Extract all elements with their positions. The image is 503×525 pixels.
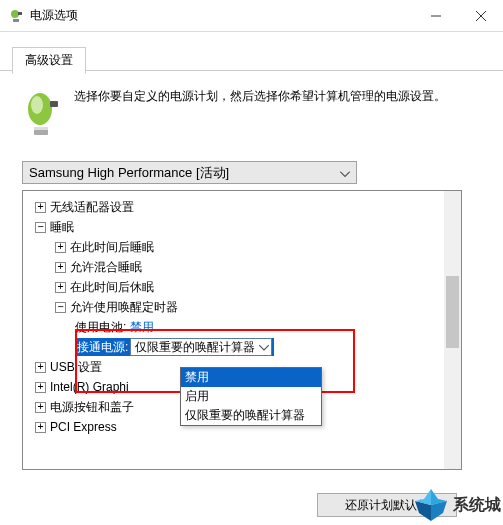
- tree-item-sleep-after[interactable]: + 在此时间后睡眠: [29, 237, 461, 257]
- intro-text: 选择你要自定义的电源计划，然后选择你希望计算机管理的电源设置。: [74, 87, 446, 137]
- collapse-icon[interactable]: −: [35, 222, 46, 233]
- tab-advanced[interactable]: 高级设置: [12, 47, 86, 74]
- intro-row: 选择你要自定义的电源计划，然后选择你希望计算机管理的电源设置。: [22, 87, 481, 137]
- battery-large-icon: [22, 87, 62, 137]
- tree-item-on-battery[interactable]: 使用电池: 禁用: [29, 317, 461, 337]
- tree-item-sleep[interactable]: − 睡眠: [29, 217, 461, 237]
- chevron-down-icon: [340, 165, 350, 180]
- expand-icon[interactable]: +: [55, 242, 66, 253]
- power-plan-value: Samsung High Performance [活动]: [29, 164, 229, 182]
- title-bar: 电源选项: [0, 0, 503, 32]
- tree-item-wake-timers[interactable]: − 允许使用唤醒定时器: [29, 297, 461, 317]
- collapse-icon[interactable]: −: [55, 302, 66, 313]
- plugged-in-dropdown[interactable]: 仅限重要的唤醒计算器: [130, 338, 272, 356]
- tab-strip: 高级设置: [0, 46, 503, 71]
- tree-scrollbar[interactable]: [444, 191, 461, 469]
- svg-point-0: [11, 10, 19, 18]
- power-plan-select[interactable]: Samsung High Performance [活动]: [22, 161, 357, 184]
- expand-icon[interactable]: +: [55, 282, 66, 293]
- window-title: 电源选项: [30, 7, 413, 24]
- expand-icon[interactable]: +: [35, 402, 46, 413]
- watermark-text: 系统城: [453, 495, 501, 516]
- dropdown-option-important-only[interactable]: 仅限重要的唤醒计算器: [181, 406, 321, 425]
- settings-tree: + 无线适配器设置 − 睡眠 + 在此时间后睡眠 + 允许混合睡眠 + 在此时间…: [22, 190, 462, 470]
- close-button[interactable]: [458, 1, 503, 31]
- expand-icon[interactable]: +: [35, 422, 46, 433]
- scrollbar-thumb[interactable]: [446, 276, 459, 348]
- watermark-logo-icon: [413, 487, 449, 523]
- tree-item-wireless[interactable]: + 无线适配器设置: [29, 197, 461, 217]
- expand-icon[interactable]: +: [35, 202, 46, 213]
- svg-rect-1: [18, 12, 22, 15]
- tree-item-hibernate-after[interactable]: + 在此时间后休眠: [29, 277, 461, 297]
- wake-timer-dropdown-list: 禁用 启用 仅限重要的唤醒计算器: [180, 367, 322, 426]
- minimize-button[interactable]: [413, 1, 458, 31]
- app-icon: [8, 8, 24, 24]
- tree-item-hybrid-sleep[interactable]: + 允许混合睡眠: [29, 257, 461, 277]
- battery-value-link[interactable]: 禁用: [130, 319, 154, 336]
- expand-icon[interactable]: +: [55, 262, 66, 273]
- svg-point-7: [31, 96, 43, 114]
- dropdown-option-enable[interactable]: 启用: [181, 387, 321, 406]
- expand-icon[interactable]: +: [35, 382, 46, 393]
- dropdown-option-disable[interactable]: 禁用: [181, 368, 321, 387]
- watermark: 系统城: [413, 487, 501, 523]
- svg-rect-2: [13, 19, 19, 22]
- tree-item-plugged-in[interactable]: 接通电源: 仅限重要的唤醒计算器: [29, 337, 461, 357]
- svg-rect-8: [50, 101, 58, 107]
- chevron-down-icon: [259, 340, 269, 354]
- svg-rect-10: [34, 127, 48, 130]
- expand-icon[interactable]: +: [35, 362, 46, 373]
